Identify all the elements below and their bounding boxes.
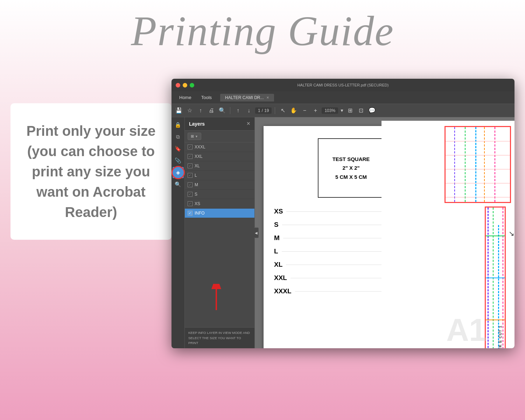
layer-name-xxxl: XXXL	[195, 145, 205, 149]
layer-checkbox-s[interactable]: ✓	[188, 192, 192, 197]
search-sidebar-icon[interactable]: 🔍	[173, 179, 184, 190]
layer-name-m: M	[195, 182, 198, 187]
share-button[interactable]: ↑	[196, 106, 205, 115]
zoom-in-button[interactable]: +	[311, 106, 320, 115]
test-square-container: TEST SQUARE 2" X 2" 5 CM X 5 CM	[318, 138, 384, 198]
layer-checkbox-xl[interactable]: ✓	[188, 163, 192, 168]
layers-panel-title: Layers	[189, 121, 205, 127]
window-title: HALTER CAMI DRESS US-LETTER.pdf (SECURED…	[298, 83, 389, 87]
tab-halter[interactable]: HALTER CAMI DR... ×	[220, 94, 274, 102]
layer-l[interactable]: ✓ L	[185, 171, 254, 180]
pattern-strip	[485, 206, 506, 348]
layers-header: Layers ×	[185, 117, 254, 131]
layer-s[interactable]: ✓ S	[185, 190, 254, 199]
comment-button[interactable]: 💬	[368, 106, 377, 115]
test-square-text: TEST SQUARE 2" X 2" 5 CM X 5 CM	[332, 155, 370, 182]
lock-icon[interactable]: 🔒	[173, 119, 184, 131]
page-title-area: Printing Guide	[0, 7, 525, 55]
layer-name-xxl: XXL	[195, 154, 203, 159]
title-bar: HALTER CAMI DRESS US-LETTER.pdf (SECURED…	[172, 79, 514, 91]
close-button[interactable]	[176, 83, 180, 88]
layer-m[interactable]: ✓ M	[185, 180, 254, 190]
front-neck-text: FRONT NECK E CUT 1	[498, 326, 502, 348]
layers-note: KEEP INFO LAYER IN VIEW MODE AND SELECT …	[185, 327, 254, 348]
copy-icon[interactable]: ⧉	[173, 131, 184, 142]
red-arrow	[206, 284, 227, 313]
page-separator: /	[262, 108, 263, 113]
layer-name-info: INFO	[195, 211, 205, 216]
star-button[interactable]: ☆	[185, 106, 194, 115]
layer-name-l: L	[195, 173, 197, 178]
save-button[interactable]: 💾	[174, 106, 183, 115]
layer-checkbox-xs[interactable]: ✓	[188, 201, 192, 206]
page-title: Printing Guide	[131, 8, 394, 54]
instruction-text: Print only your size (you can choose to …	[23, 121, 159, 222]
prev-page-button[interactable]: ↑	[233, 106, 243, 115]
cursor-arrow: ↘	[509, 229, 514, 238]
layer-xxl[interactable]: ✓ XXL	[185, 152, 254, 161]
layers-icon-container: ◈	[173, 167, 184, 178]
layers-panel: Layers × ⊞ ▼ ✓ XXXL ✓ XXL	[185, 117, 255, 348]
tab-label: HALTER CAMI DR...	[225, 95, 264, 100]
menu-home[interactable]: Home	[175, 93, 196, 102]
minimize-button[interactable]	[183, 83, 187, 88]
search-button[interactable]: 🔍	[218, 106, 227, 115]
layer-xs[interactable]: ✓ XS	[185, 199, 254, 209]
layer-name-xl: XL	[195, 163, 200, 168]
layers-options-button[interactable]: ⊞ ▼	[188, 133, 201, 140]
layer-checkbox-info[interactable]: ✓	[188, 211, 192, 216]
fit-button[interactable]: ⊞	[346, 106, 355, 115]
layer-checkbox-m[interactable]: ✓	[188, 182, 192, 187]
page-total: 19	[264, 108, 269, 113]
a1-label: A1	[446, 312, 486, 348]
print-button[interactable]: 🖨	[207, 106, 216, 115]
hand-tool-button[interactable]: ✋	[289, 106, 298, 115]
zoom-level[interactable]: 103%	[322, 107, 338, 114]
grid-icon: ⊞	[191, 134, 194, 139]
page-current: 1	[258, 108, 260, 113]
pattern-area: A1 FRONT NECK E CUT 1 ↘	[382, 121, 514, 348]
layer-checkbox-l[interactable]: ✓	[188, 173, 192, 178]
bookmark-icon[interactable]: 🔖	[173, 143, 184, 154]
cursor-tool-button[interactable]: ↖	[278, 106, 287, 115]
maximize-button[interactable]	[190, 83, 194, 88]
acrobat-window: HALTER CAMI DRESS US-LETTER.pdf (SECURED…	[172, 79, 514, 348]
traffic-lights	[176, 83, 194, 88]
layer-name-s: S	[195, 192, 197, 197]
pattern-block-top	[444, 126, 511, 203]
menu-tools[interactable]: Tools	[197, 93, 216, 102]
panel-button[interactable]: ⊡	[357, 106, 366, 115]
next-page-button[interactable]: ↓	[244, 106, 253, 115]
left-instruction-box: Print only your size (you can choose to …	[10, 103, 172, 240]
pdf-area: TEST SQUARE 2" X 2" 5 CM X 5 CM XS S M	[255, 117, 514, 348]
page-nav: 1 / 19	[255, 107, 272, 114]
layer-checkbox-xxxl[interactable]: ✓	[188, 145, 192, 149]
layer-checkbox-xxl[interactable]: ✓	[188, 154, 192, 159]
toolbar: 💾 ☆ ↑ 🖨 🔍 ↑ ↓ 1 / 19 ↖ ✋ − + 103% ▼ ⊞ ⊡ …	[172, 104, 514, 117]
layer-xl[interactable]: ✓ XL	[185, 161, 254, 171]
tab-close-icon[interactable]: ×	[267, 95, 269, 100]
layer-name-xs: XS	[195, 201, 200, 206]
layer-info[interactable]: ✓ INFO	[185, 209, 254, 218]
layers-icon[interactable]: ◈	[173, 167, 184, 178]
menu-bar: Home Tools HALTER CAMI DR... ×	[172, 91, 514, 104]
layers-panel-toolbar: ⊞ ▼	[185, 131, 254, 142]
main-content: 🔒 ⧉ 🔖 📎 ◈ 🔍 Layers × ⊞ ▼	[172, 117, 514, 348]
layers-close-button[interactable]: ×	[246, 120, 250, 127]
collapse-panel-button[interactable]: ◀	[254, 227, 259, 238]
attach-icon[interactable]: 📎	[173, 155, 184, 166]
layer-xxxl[interactable]: ✓ XXXL	[185, 142, 254, 152]
sidebar-icons: 🔒 ⧉ 🔖 📎 ◈ 🔍	[172, 117, 185, 348]
zoom-out-button[interactable]: −	[300, 106, 309, 115]
dropdown-icon: ▼	[195, 135, 198, 138]
